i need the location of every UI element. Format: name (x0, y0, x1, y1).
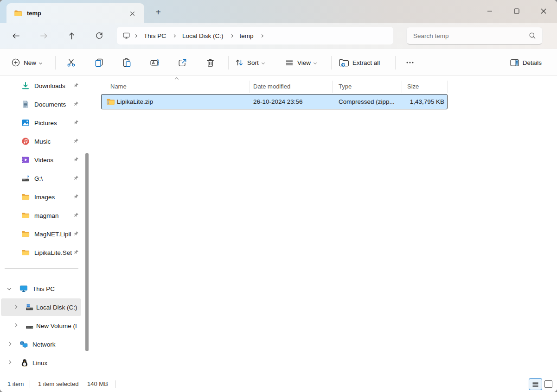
column-header-row: Name Date modified Type Size (101, 80, 448, 93)
back-button[interactable] (7, 27, 24, 44)
delete-button[interactable] (201, 54, 219, 71)
view-icon (285, 58, 294, 67)
up-button[interactable] (63, 27, 80, 44)
breadcrumb-chevron-icon[interactable] (230, 34, 233, 37)
sidebar-item-local-disk-c[interactable]: Local Disk (C:) (0, 298, 90, 316)
sort-icon (235, 58, 244, 67)
copy-icon (94, 58, 104, 68)
pin-icon[interactable] (72, 212, 79, 219)
pin-icon[interactable] (72, 231, 79, 237)
selection-size: 140 MB (87, 380, 108, 387)
pin-icon[interactable] (72, 175, 79, 182)
breadcrumb-chevron-icon[interactable] (173, 34, 176, 37)
navigation-bar: This PC Local Disk (C:) temp (0, 23, 557, 49)
sidebar-item-label: Local Disk (C:) (36, 304, 77, 311)
breadcrumb-item-local-disk[interactable]: Local Disk (C:) (179, 31, 226, 41)
column-resize-handle[interactable] (447, 81, 448, 93)
column-resize-handle[interactable] (250, 81, 250, 93)
sidebar-item-label: magman (34, 212, 59, 219)
view-button[interactable]: View (281, 54, 320, 71)
cut-button[interactable] (62, 54, 80, 71)
file-size: 1,43,795 KB (380, 98, 444, 105)
share-button[interactable] (173, 54, 192, 71)
new-tab-button[interactable]: + (152, 6, 164, 18)
more-options-button[interactable] (400, 54, 420, 71)
extract-all-button[interactable]: Extract all (335, 54, 387, 71)
up-icon (67, 32, 76, 40)
refresh-button[interactable] (91, 27, 108, 44)
sidebar-item-music[interactable]: Music (0, 132, 90, 151)
sidebar-item-this-pc[interactable]: This PC (0, 279, 90, 298)
search-icon (529, 32, 536, 39)
maximize-button[interactable] (503, 0, 530, 22)
pin-icon[interactable] (72, 82, 79, 89)
chevron-right-icon[interactable] (13, 323, 17, 327)
large-icons-view-toggle-button[interactable] (544, 380, 552, 388)
sidebar-item-label: Videos (34, 157, 53, 164)
sidebar-item-label: Network (32, 341, 56, 348)
trash-icon (205, 58, 215, 68)
sidebar-item-g-drive[interactable]: ? G:\ (0, 169, 90, 188)
forward-icon (39, 32, 48, 40)
close-icon (540, 7, 547, 15)
column-header-size[interactable]: Size (407, 83, 419, 90)
sort-button[interactable]: Sort (231, 54, 268, 71)
column-resize-handle[interactable] (402, 81, 402, 93)
sidebar-item-new-volume[interactable]: New Volume (I (0, 316, 90, 335)
close-icon (129, 11, 135, 17)
sidebar-item-documents[interactable]: Documents (0, 95, 90, 114)
pin-icon[interactable] (72, 249, 79, 256)
breadcrumb-item-this-pc[interactable]: This PC (141, 31, 169, 41)
chevron-right-icon[interactable] (7, 360, 11, 364)
file-row-selected[interactable]: LipikaLite.zip 26-10-2024 23:56 Compress… (101, 94, 448, 109)
sidebar-item-videos[interactable]: Videos (0, 151, 90, 169)
paste-button[interactable] (117, 54, 136, 71)
breadcrumb-chevron-icon[interactable] (260, 34, 263, 37)
chevron-down-icon[interactable] (7, 286, 11, 290)
new-button-label: New (24, 59, 36, 66)
search-input[interactable] (407, 32, 529, 39)
sidebar: Downloads Documents Pictures (0, 76, 90, 376)
drive-icon (26, 322, 34, 330)
chevron-down-icon (314, 61, 317, 64)
close-window-button[interactable] (530, 0, 557, 22)
sidebar-scrollbar[interactable] (85, 153, 89, 351)
sidebar-item-magnet-lipika[interactable]: MagNET.Lipil (0, 225, 90, 243)
rename-button[interactable] (145, 54, 164, 71)
back-icon (12, 32, 20, 40)
forward-button[interactable] (35, 27, 52, 44)
selection-count: 1 item selected (38, 380, 78, 387)
pin-icon[interactable] (72, 120, 79, 126)
breadcrumb-item-temp[interactable]: temp (237, 31, 256, 41)
column-header-type[interactable]: Type (339, 83, 352, 90)
pin-icon[interactable] (72, 101, 79, 107)
copy-button[interactable] (90, 54, 108, 71)
documents-icon (21, 100, 30, 108)
breadcrumb-chevron-icon[interactable] (134, 34, 137, 37)
sidebar-item-label: LipikaLite.Set (34, 249, 72, 256)
sidebar-item-magman[interactable]: magman (0, 206, 90, 225)
sidebar-item-pictures[interactable]: Pictures (0, 114, 90, 132)
column-resize-handle[interactable] (332, 81, 333, 93)
view-button-label: View (297, 59, 311, 66)
minimize-button[interactable] (476, 0, 503, 22)
tab-close-button[interactable] (127, 8, 138, 19)
new-button[interactable]: New (6, 54, 46, 71)
sidebar-item-downloads[interactable]: Downloads (0, 76, 90, 95)
sidebar-item-linux[interactable]: Linux (0, 354, 90, 372)
pin-icon[interactable] (72, 138, 79, 145)
details-pane-button[interactable]: Details (506, 54, 549, 71)
explorer-tab[interactable]: temp (6, 3, 144, 23)
sidebar-item-label: Pictures (34, 120, 57, 126)
file-date-modified: 26-10-2024 23:56 (253, 98, 303, 105)
column-header-date-modified[interactable]: Date modified (253, 83, 290, 90)
sidebar-item-lipikalite-setup[interactable]: LipikaLite.Set (0, 243, 90, 262)
chevron-right-icon[interactable] (7, 342, 11, 346)
details-view-toggle-button[interactable] (529, 378, 542, 390)
column-header-name[interactable]: Name (110, 83, 127, 90)
chevron-right-icon[interactable] (13, 305, 17, 309)
pin-icon[interactable] (72, 194, 79, 200)
sidebar-item-images[interactable]: Images (0, 188, 90, 206)
pin-icon[interactable] (72, 157, 79, 163)
sidebar-item-network[interactable]: Network (0, 335, 90, 354)
